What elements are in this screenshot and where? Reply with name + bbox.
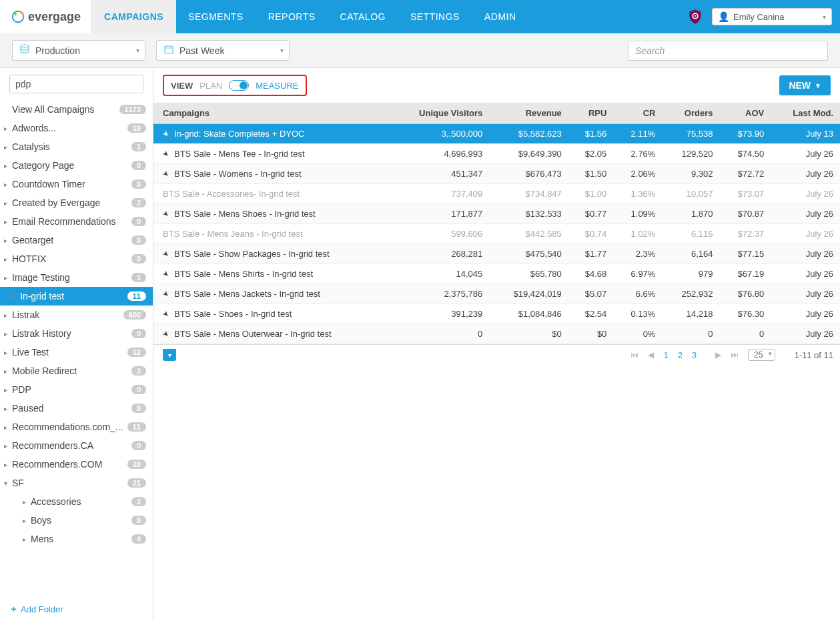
global-search-input[interactable]: Search — [628, 41, 828, 61]
column-header[interactable]: Last Mod. — [771, 103, 840, 124]
shield-icon[interactable] — [687, 8, 704, 25]
caret-icon: ▸ — [4, 237, 12, 244]
expand-handle[interactable]: ▾ — [163, 349, 176, 361]
page-link[interactable]: 1 — [663, 350, 668, 360]
campaign-name: BTS Sale - Mens Shoes - In-grid test — [174, 209, 316, 219]
column-header[interactable]: Orders — [662, 103, 719, 124]
sidebar-item-label: View All Campaigns — [12, 104, 119, 115]
logo[interactable]: evergage — [0, 0, 92, 33]
table-row[interactable]: ➤BTS Sale - Mens Jackets - In-grid test2… — [153, 284, 840, 304]
sidebar-item[interactable]: ▸Image Testing1 — [0, 268, 153, 287]
sidebar-item[interactable]: ▸Geotarget0 — [0, 231, 153, 249]
page-size-select[interactable]: 25 — [748, 349, 775, 361]
cell-rev: $9,649,390 — [489, 144, 568, 164]
sidebar-item[interactable]: ▸Boys0 — [0, 511, 153, 530]
page-next-icon[interactable]: ▶ — [715, 350, 721, 360]
sidebar-item[interactable]: ▸Adwords...19 — [0, 119, 153, 137]
nav-segments[interactable]: SEGMENTS — [176, 0, 256, 33]
table-row[interactable]: ➤BTS Sale - Mens Outerwear - In-grid tes… — [153, 324, 840, 344]
campaign-name: BTS Sale - Womens - In-grid test — [174, 169, 302, 179]
cell-rev: $19,424,019 — [489, 284, 568, 304]
measure-label[interactable]: MEASURE — [256, 81, 298, 91]
sidebar-item[interactable]: ▸PDP0 — [0, 380, 153, 399]
column-header[interactable]: RPU — [568, 103, 614, 124]
page-last-icon[interactable]: ⏭ — [731, 350, 739, 360]
add-folder-button[interactable]: ＋ Add Folder — [0, 596, 153, 621]
cell-cr: 2.11% — [613, 124, 662, 144]
table-row[interactable]: ➤BTS Sale - Mens Tee - In-grid test4,696… — [153, 144, 840, 164]
table-row[interactable]: ➤In-grid: Skate Completes + DYOC3,.500,0… — [153, 124, 840, 144]
sidebar-item[interactable]: ▸Live Test12 — [0, 343, 153, 362]
table-row[interactable]: ➤BTS Sale - Womens - In-grid test451,347… — [153, 164, 840, 184]
sidebar-item[interactable]: ▸Recommendations.com_...11 — [0, 418, 153, 436]
sidebar-item[interactable]: ▸Email Recommendations0 — [0, 212, 153, 231]
sidebar-item[interactable]: ▸Category Page0 — [0, 156, 153, 175]
cell-aov: $72.37 — [720, 224, 771, 244]
nav-reports[interactable]: REPORTS — [256, 0, 328, 33]
sidebar-item-label: Mobile Redirect — [12, 366, 131, 376]
campaigns-table: CampaignsUnique VisitorsRevenueRPUCROrde… — [153, 103, 840, 344]
table-row[interactable]: ➤BTS Sale - Show Packages - In-grid test… — [153, 244, 840, 264]
new-button[interactable]: NEW ▼ — [779, 75, 831, 95]
user-dropdown[interactable]: 👤 Emily Canina — [712, 8, 832, 25]
table-row[interactable]: ➤BTS Sale - Mens Shirts - In-grid test14… — [153, 264, 840, 284]
cell-orders: 0 — [662, 324, 719, 344]
sidebar-item[interactable]: ▸HOTFIX0 — [0, 249, 153, 268]
cell-orders: 979 — [662, 264, 719, 284]
sidebar-item[interactable]: ▸Mens4 — [0, 530, 153, 548]
column-header[interactable]: Campaigns — [153, 103, 390, 124]
sidebar: pdp View All Campaigns1173▸Adwords...19▸… — [0, 68, 153, 621]
dataset-select[interactable]: Production — [12, 40, 145, 61]
cell-rpu: $1.56 — [568, 124, 614, 144]
page-link[interactable]: 3 — [692, 350, 697, 360]
sidebar-item[interactable]: ▸Created by Evergage2 — [0, 193, 153, 212]
page-prev-icon[interactable]: ◀ — [648, 350, 654, 360]
sidebar-item[interactable]: ▸Listrak History0 — [0, 324, 153, 343]
sidebar-item[interactable]: ▸Mobile Redirect2 — [0, 362, 153, 380]
table-row[interactable]: ➤BTS Sale - Mens Shoes - In-grid test171… — [153, 204, 840, 224]
sidebar-filter-input[interactable]: pdp — [9, 75, 143, 93]
table-row[interactable]: BTS Sale - Mens Jeans - In-grid test599,… — [153, 224, 840, 244]
sidebar-item[interactable]: ▸Accessories2 — [0, 492, 153, 511]
view-mode-toggle[interactable] — [229, 80, 249, 91]
daterange-select[interactable]: Past Week — [156, 40, 290, 61]
sidebar-item-label: Recommenders.COM — [12, 459, 127, 470]
caret-icon: ▸ — [4, 461, 12, 468]
caret-icon: ▸ — [4, 181, 12, 188]
nav-admin[interactable]: ADMIN — [472, 0, 529, 33]
sidebar-item[interactable]: ▸Countdown Timer0 — [0, 175, 153, 193]
cell-rpu: $4.68 — [568, 264, 614, 284]
caret-icon: ▸ — [4, 312, 12, 319]
campaign-icon: ➤ — [161, 309, 171, 320]
nav-catalog[interactable]: CATALOG — [328, 0, 398, 33]
sidebar-item[interactable]: ▸Listrak600 — [0, 305, 153, 324]
sidebar-item-label: Adwords... — [12, 123, 127, 133]
page-link[interactable]: 2 — [678, 350, 683, 360]
sidebar-item[interactable]: ▸In-grid test11 — [0, 287, 153, 305]
sidebar-item[interactable]: ▾SF21 — [0, 474, 153, 492]
cell-rpu: $0.77 — [568, 204, 614, 224]
column-header[interactable]: CR — [613, 103, 662, 124]
sidebar-item-label: Listrak History — [12, 328, 131, 339]
cell-rpu: $0.74 — [568, 224, 614, 244]
caret-icon: ▸ — [4, 218, 12, 225]
cell-orders: 9,302 — [662, 164, 719, 184]
nav-campaigns[interactable]: CAMPAIGNS — [92, 0, 176, 33]
plan-label[interactable]: PLAN — [199, 81, 222, 91]
sidebar-item[interactable]: View All Campaigns1173 — [0, 100, 153, 119]
table-row[interactable]: BTS Sale - Accessories- In-grid test737,… — [153, 184, 840, 204]
table-row[interactable]: ➤BTS Sale - Shoes - In-grid test391,239$… — [153, 304, 840, 324]
column-header[interactable]: Revenue — [489, 103, 568, 124]
campaign-icon: ➤ — [161, 329, 171, 340]
sidebar-item[interactable]: ▸Catalysis1 — [0, 137, 153, 156]
sidebar-item[interactable]: ▸Paused0 — [0, 399, 153, 418]
column-header[interactable]: Unique Visitors — [390, 103, 489, 124]
nav-settings[interactable]: SETTINGS — [398, 0, 472, 33]
column-header[interactable]: AOV — [720, 103, 771, 124]
sidebar-item[interactable]: ▸Recommenders.CA0 — [0, 436, 153, 455]
cell-rev: $676,473 — [489, 164, 568, 184]
cell-cr: 6.6% — [613, 284, 662, 304]
cell-uv: 391,239 — [390, 304, 489, 324]
sidebar-item[interactable]: ▸Recommenders.COM20 — [0, 455, 153, 474]
page-first-icon[interactable]: ⏮ — [631, 350, 639, 360]
